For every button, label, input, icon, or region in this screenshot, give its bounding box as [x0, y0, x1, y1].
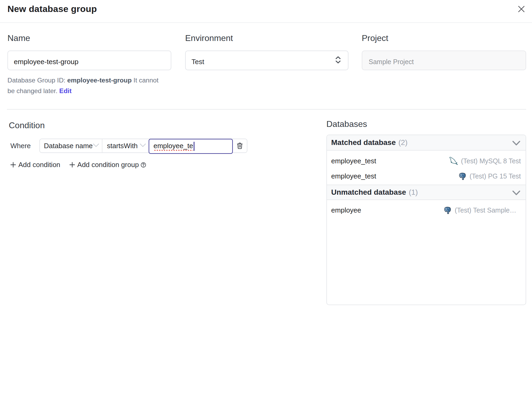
matched-database-rows: employee_test (Test) MySQL 8 Test employ…: [327, 151, 526, 185]
database-row[interactable]: employee (Test) Test Sample…: [327, 203, 526, 218]
dialog-title: New database group: [7, 4, 97, 14]
chevron-down-icon: [140, 142, 146, 150]
databases-section: Databases Matched database (2) employee_…: [326, 118, 526, 305]
operator-select[interactable]: startsWith: [102, 139, 149, 152]
database-name: employee_test: [331, 157, 376, 165]
factor-select[interactable]: Database name: [40, 139, 102, 152]
chevron-down-icon: [512, 139, 520, 147]
plus-icon: [10, 161, 16, 168]
database-name: employee_test: [331, 172, 376, 180]
database-row[interactable]: employee_test (Test) PG 15 Test: [327, 169, 526, 184]
add-condition-label: Add condition: [18, 161, 60, 169]
group-form: Name Database Group ID: employee-test-gr…: [7, 32, 526, 96]
trash-icon: [236, 142, 243, 149]
condition-section: Condition Where Database name startsWith: [7, 119, 308, 169]
operator-value: startsWith: [107, 142, 138, 150]
project-label: Project: [362, 32, 526, 44]
matched-database-title: Matched database: [331, 138, 396, 147]
condition-builder: Database name startsWith employee_te: [39, 139, 247, 153]
mysql-icon: [449, 157, 458, 165]
database-instance: (Test) PG 15 Test: [458, 172, 521, 180]
value-input[interactable]: employee_te: [149, 139, 233, 154]
value-text: employee_te: [153, 142, 193, 151]
close-button[interactable]: [518, 6, 525, 13]
unmatched-database-header[interactable]: Unmatched database (1): [327, 185, 526, 200]
where-label: Where: [10, 142, 39, 150]
factor-value: Database name: [44, 142, 93, 150]
environment-select[interactable]: Test: [185, 51, 348, 70]
unmatched-database-title: Unmatched database: [331, 188, 406, 197]
unmatched-database-rows: employee (Test) Test Sample…: [327, 200, 526, 218]
environment-label: Environment: [185, 32, 348, 44]
group-id-hint-prefix: Database Group ID:: [7, 77, 67, 84]
name-input-box: [7, 51, 171, 70]
postgres-icon: [443, 206, 452, 214]
text-caret: [194, 142, 194, 151]
edit-id-link[interactable]: Edit: [59, 87, 72, 94]
environment-value: Test: [186, 58, 204, 66]
section-divider: [7, 109, 526, 110]
database-instance-label: (Test) PG 15 Test: [469, 172, 521, 180]
name-input[interactable]: [8, 51, 171, 70]
dialog-header: New database group: [0, 0, 532, 23]
add-condition-button[interactable]: Add condition: [10, 161, 60, 169]
group-id-hint: Database Group ID: employee-test-group I…: [7, 75, 167, 96]
database-instance: (Test) MySQL 8 Test: [449, 157, 521, 165]
name-field-block: Name Database Group ID: employee-test-gr…: [7, 32, 171, 96]
plus-icon: [69, 161, 76, 168]
condition-heading: Condition: [9, 119, 308, 131]
databases-heading: Databases: [326, 118, 526, 130]
project-input-box: [362, 51, 526, 70]
databases-panel: Matched database (2) employee_test: [326, 135, 526, 305]
project-input[interactable]: [362, 51, 526, 70]
database-instance: (Test) Test Sample…: [443, 206, 516, 214]
group-id-value: employee-test-group: [67, 77, 132, 84]
chevron-down-icon: [93, 142, 99, 150]
database-row[interactable]: employee_test (Test) MySQL 8 Test: [327, 153, 526, 169]
condition-actions: Add condition Add condition group: [10, 161, 308, 169]
unmatched-database-count: (1): [409, 188, 418, 197]
select-updown-icon: [335, 56, 341, 65]
database-name: employee: [331, 206, 361, 214]
remove-condition-button[interactable]: [233, 139, 247, 152]
close-icon: [518, 6, 525, 13]
condition-row: Where Database name startsWith: [7, 139, 308, 153]
matched-database-count: (2): [398, 138, 408, 147]
postgres-icon: [458, 172, 467, 180]
environment-field-block: Environment Test: [185, 32, 348, 96]
database-instance-label: (Test) MySQL 8 Test: [461, 157, 521, 165]
database-instance-label: (Test) Test Sample…: [455, 206, 516, 214]
project-field-block: Project: [362, 32, 526, 96]
name-label: Name: [7, 32, 171, 44]
matched-database-header[interactable]: Matched database (2): [327, 135, 526, 151]
chevron-down-icon: [512, 189, 520, 197]
add-condition-group-label: Add condition group: [77, 161, 139, 169]
add-condition-group-button[interactable]: Add condition group: [69, 161, 146, 169]
help-icon[interactable]: [140, 162, 146, 168]
